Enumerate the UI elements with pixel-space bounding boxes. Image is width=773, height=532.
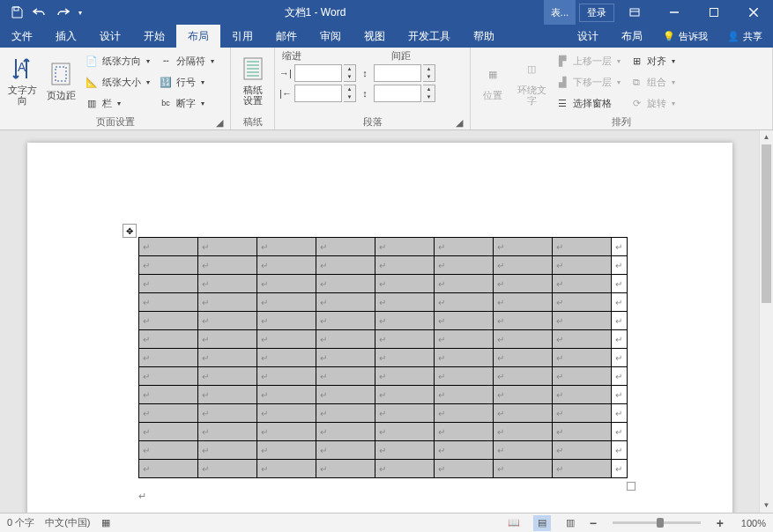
table-cell[interactable]: ↵ <box>375 238 434 256</box>
table-cell[interactable]: ↵ <box>552 404 611 423</box>
tab-帮助[interactable]: 帮助 <box>462 25 506 48</box>
table-cell[interactable]: ↵ <box>434 460 493 478</box>
table-cell[interactable]: ↵ <box>493 460 552 478</box>
spin-down[interactable]: ▼ <box>423 93 435 101</box>
table-cell[interactable]: ↵ <box>138 460 197 478</box>
table-cell[interactable]: ↵ <box>434 293 493 312</box>
table-cell[interactable]: ↵ <box>316 330 375 349</box>
manuscript-button[interactable]: 稿纸 设置 <box>234 49 271 111</box>
table-cell[interactable]: ↵ <box>316 404 375 423</box>
spin-up[interactable]: ▲ <box>423 65 435 73</box>
document-area[interactable]: ✥ ↵↵↵↵↵↵↵↵↵↵↵↵↵↵↵↵↵↵↵↵↵↵↵↵↵↵↵↵↵↵↵↵↵↵↵↵↵↵… <box>0 130 759 513</box>
table-cell[interactable]: ↵ <box>493 312 552 330</box>
tab-布局[interactable]: 布局 <box>176 25 220 48</box>
table-resize-handle[interactable] <box>627 482 635 491</box>
table-cell[interactable]: ↵ <box>434 349 493 367</box>
table-cell[interactable]: ↵ <box>316 293 375 312</box>
spin-up[interactable]: ▲ <box>344 85 355 93</box>
save-button[interactable] <box>5 3 28 22</box>
paragraph-dialog-launcher[interactable]: ◢ <box>454 117 465 128</box>
table-cell[interactable]: ↵ <box>197 238 256 256</box>
table-cell[interactable]: ↵ <box>256 423 316 441</box>
table-cell[interactable]: ↵ <box>434 441 493 460</box>
indent-left-input[interactable] <box>294 64 342 82</box>
table-cell[interactable]: ↵ <box>552 275 611 293</box>
scroll-thumb[interactable] <box>762 144 771 303</box>
table-cell[interactable]: ↵ <box>493 256 552 275</box>
table-cell[interactable]: ↵ <box>256 238 316 256</box>
maximize-button[interactable] <box>694 0 733 25</box>
table-cell[interactable]: ↵ <box>316 367 375 386</box>
columns-button[interactable]: ▥栏▾ <box>81 93 153 113</box>
table-cell[interactable]: ↵ <box>552 238 611 256</box>
table-cell[interactable]: ↵ <box>375 330 434 349</box>
breaks-button[interactable]: ╌分隔符▾ <box>155 51 218 70</box>
table-cell[interactable]: ↵ <box>375 386 434 404</box>
table-cell[interactable]: ↵ <box>434 404 493 423</box>
zoom-in-button[interactable]: + <box>717 516 724 530</box>
table-cell[interactable]: ↵ <box>552 460 611 478</box>
table-cell[interactable]: ↵ <box>316 256 375 275</box>
table-cell[interactable]: ↵ <box>138 330 197 349</box>
macro-status-icon[interactable]: ▦ <box>101 517 110 528</box>
table-cell[interactable]: ↵ <box>138 312 197 330</box>
spacing-after-input[interactable] <box>374 85 421 102</box>
ribbon-display-options[interactable] <box>614 0 654 25</box>
tab-开发工具[interactable]: 开发工具 <box>397 25 462 48</box>
table-cell[interactable]: ↵ <box>197 441 256 460</box>
tab-设计[interactable]: 设计 <box>88 25 132 48</box>
scroll-down-button[interactable]: ▼ <box>760 499 773 513</box>
table-cell[interactable]: ↵ <box>138 349 197 367</box>
table-cell[interactable]: ↵ <box>138 386 197 404</box>
table-cell[interactable]: ↵ <box>493 330 552 349</box>
line-numbers-button[interactable]: 🔢行号▾ <box>155 72 218 92</box>
table-cell[interactable]: ↵ <box>256 293 316 312</box>
share-button[interactable]: 👤共享 <box>717 25 773 48</box>
undo-button[interactable] <box>28 3 51 22</box>
indent-right-input[interactable] <box>294 85 342 102</box>
table-cell[interactable]: ↵ <box>434 275 493 293</box>
scroll-up-button[interactable]: ▲ <box>760 130 773 144</box>
zoom-level[interactable]: 100% <box>734 518 766 528</box>
table-cell[interactable]: ↵ <box>434 367 493 386</box>
table-cell[interactable]: ↵ <box>316 460 375 478</box>
table-cell[interactable]: ↵ <box>552 423 611 441</box>
table-cell[interactable]: ↵ <box>375 293 434 312</box>
table-cell[interactable]: ↵ <box>316 312 375 330</box>
table-cell[interactable]: ↵ <box>256 349 316 367</box>
table-cell[interactable]: ↵ <box>552 367 611 386</box>
table-cell[interactable]: ↵ <box>138 275 197 293</box>
table-cell[interactable]: ↵ <box>197 349 256 367</box>
table-cell[interactable]: ↵ <box>375 256 434 275</box>
zoom-out-button[interactable]: − <box>590 516 597 530</box>
table-cell[interactable]: ↵ <box>197 404 256 423</box>
table-cell[interactable]: ↵ <box>256 256 316 275</box>
table-cell[interactable]: ↵ <box>197 367 256 386</box>
align-button[interactable]: ⊞对齐▾ <box>626 51 679 70</box>
table-cell[interactable]: ↵ <box>197 256 256 275</box>
table-cell[interactable]: ↵ <box>493 386 552 404</box>
table-cell[interactable]: ↵ <box>197 423 256 441</box>
table-cell[interactable]: ↵ <box>493 238 552 256</box>
tab-引用[interactable]: 引用 <box>220 25 264 48</box>
table-cell[interactable]: ↵ <box>316 349 375 367</box>
table-cell[interactable]: ↵ <box>316 386 375 404</box>
table-cell[interactable]: ↵ <box>256 404 316 423</box>
table-cell[interactable]: ↵ <box>434 256 493 275</box>
table-cell[interactable]: ↵ <box>375 441 434 460</box>
table-cell[interactable]: ↵ <box>138 367 197 386</box>
table-cell[interactable]: ↵ <box>552 330 611 349</box>
table-cell[interactable]: ↵ <box>256 312 316 330</box>
table-cell[interactable]: ↵ <box>316 441 375 460</box>
table-cell[interactable]: ↵ <box>375 423 434 441</box>
table-cell[interactable]: ↵ <box>375 460 434 478</box>
table-cell[interactable]: ↵ <box>552 293 611 312</box>
table-cell[interactable]: ↵ <box>552 441 611 460</box>
spin-down[interactable]: ▼ <box>344 93 355 101</box>
hyphenation-button[interactable]: bc断字▾ <box>155 93 218 113</box>
table-cell[interactable]: ↵ <box>493 293 552 312</box>
spacing-before-input[interactable] <box>374 64 421 82</box>
table-cell[interactable]: ↵ <box>493 441 552 460</box>
text-direction-button[interactable]: A 文字方向 <box>4 49 41 111</box>
table-cell[interactable]: ↵ <box>197 460 256 478</box>
